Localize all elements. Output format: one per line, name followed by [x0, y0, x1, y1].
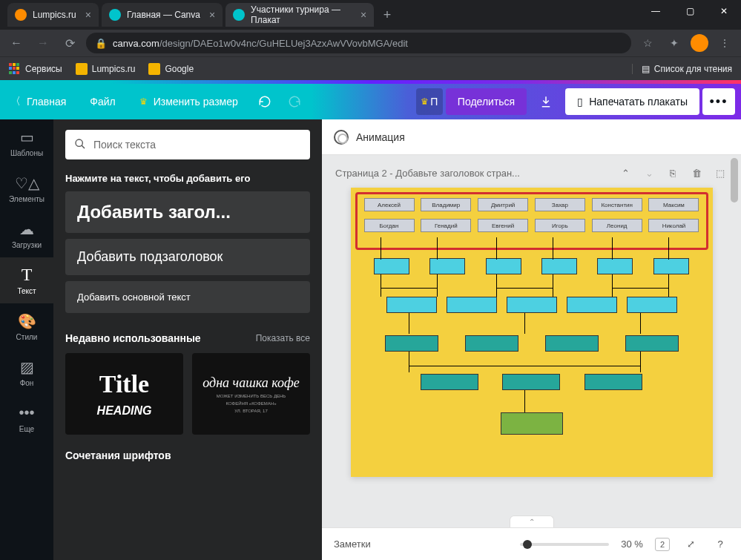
- maximize-button[interactable]: ▢: [673, 0, 707, 22]
- participant-cell[interactable]: Богдан: [364, 219, 415, 232]
- minimize-button[interactable]: —: [639, 0, 673, 22]
- bracket-cell[interactable]: [541, 258, 577, 274]
- home-button[interactable]: 〈Главная: [6, 88, 76, 115]
- recent-text-template[interactable]: Title HEADING: [65, 353, 183, 435]
- bracket-cell[interactable]: [584, 374, 642, 390]
- notes-button[interactable]: Заметки: [334, 538, 371, 550]
- page-indicator[interactable]: 2: [655, 538, 670, 551]
- duplicate-icon[interactable]: ⎘: [665, 165, 680, 180]
- forward-button[interactable]: →: [33, 33, 53, 53]
- browser-tab-active[interactable]: Участники турнира — Плакат ×: [225, 3, 374, 27]
- rail-text[interactable]: TТекст: [0, 257, 53, 303]
- browser-tab[interactable]: Lumpics.ru ×: [7, 3, 99, 27]
- close-icon[interactable]: ×: [209, 9, 215, 21]
- participant-cell[interactable]: Дмитрий: [478, 198, 528, 211]
- fullscreen-icon[interactable]: ⤢: [682, 536, 699, 553]
- reload-button[interactable]: ⟳: [59, 33, 80, 53]
- participant-cell[interactable]: Николай: [648, 219, 699, 232]
- page-canvas[interactable]: Алексей Владимир Дмитрий Захар Константи…: [351, 188, 713, 477]
- print-button[interactable]: ▯Напечатать плакаты: [565, 88, 699, 115]
- close-window-button[interactable]: ✕: [707, 0, 741, 22]
- close-icon[interactable]: ×: [360, 9, 366, 21]
- bracket-cell[interactable]: [429, 258, 465, 274]
- canvas-scroll[interactable]: Страница 2 - Добавьте заголовок стран...…: [322, 155, 741, 527]
- bracket-cell[interactable]: [385, 335, 438, 352]
- bracket-cell[interactable]: [567, 297, 617, 313]
- url-input[interactable]: 🔒 canva.com/design/DAEo1w0v4nc/GuHELUej3…: [86, 33, 631, 53]
- animation-button[interactable]: Анимация: [356, 131, 405, 143]
- rail-elements[interactable]: ♡△Элементы: [0, 165, 53, 211]
- participant-cell[interactable]: Алексей: [364, 198, 415, 211]
- participant-cell[interactable]: Генадий: [421, 219, 471, 232]
- zoom-thumb[interactable]: [523, 540, 532, 549]
- profile-avatar[interactable]: [691, 34, 708, 52]
- add-heading-button[interactable]: Добавить загол...: [65, 191, 310, 233]
- bracket-cell[interactable]: [627, 297, 677, 313]
- page-drawer-handle[interactable]: ⌃: [510, 515, 554, 527]
- bracket-cell[interactable]: [502, 374, 560, 390]
- participant-cell[interactable]: Евгений: [478, 219, 528, 232]
- rail-background[interactable]: ▨Фон: [0, 349, 53, 395]
- bracket-cell[interactable]: [447, 297, 497, 313]
- bracket-cell[interactable]: [421, 374, 478, 390]
- bracket-winner-cell[interactable]: [501, 412, 563, 435]
- bookmark-folder[interactable]: Lumpics.ru: [76, 63, 136, 75]
- participant-cell[interactable]: Захар: [535, 198, 585, 211]
- undo-button[interactable]: [251, 88, 278, 115]
- add-page-icon[interactable]: ⬚: [713, 165, 728, 180]
- rail-templates[interactable]: ▭Шаблоны: [0, 119, 53, 165]
- browser-tab[interactable]: Главная — Canva ×: [102, 3, 223, 27]
- bracket-cell[interactable]: [597, 258, 633, 274]
- participant-cell[interactable]: Леонид: [592, 219, 642, 232]
- bracket-cell[interactable]: [625, 335, 679, 352]
- share-button[interactable]: Поделиться: [446, 88, 527, 115]
- zoom-slider[interactable]: [520, 543, 609, 546]
- bracket-cell[interactable]: [486, 258, 521, 274]
- address-bar: ← → ⟳ 🔒 canva.com/design/DAEo1w0v4nc/GuH…: [0, 30, 741, 56]
- rail-styles[interactable]: 🎨Стили: [0, 303, 53, 349]
- extension-icon[interactable]: ✦: [664, 33, 685, 53]
- add-body-button[interactable]: Добавить основной текст: [65, 281, 310, 313]
- redo-button[interactable]: [281, 88, 308, 115]
- connector: [496, 288, 553, 289]
- pro-button[interactable]: ♛П: [416, 88, 443, 115]
- download-button[interactable]: [530, 88, 562, 115]
- scrollbar-thumb[interactable]: [731, 158, 738, 202]
- menu-icon[interactable]: ⋮: [714, 33, 735, 53]
- star-icon[interactable]: ☆: [637, 33, 658, 53]
- bracket-cell[interactable]: [545, 335, 599, 352]
- participant-cell[interactable]: Константин: [592, 198, 642, 211]
- expand-icon[interactable]: ⌄: [642, 165, 656, 180]
- bracket-cell[interactable]: [386, 297, 437, 313]
- search-input[interactable]: Поиск текста: [65, 130, 310, 159]
- vertical-scrollbar[interactable]: [729, 158, 740, 524]
- help-icon[interactable]: ?: [711, 536, 729, 553]
- trash-icon[interactable]: 🗑: [689, 165, 704, 180]
- text-panel: Поиск текста Нажмите на текст, чтобы доб…: [53, 119, 322, 560]
- page-title[interactable]: Страница 2 - Добавьте заголовок стран...: [335, 168, 609, 179]
- zoom-value[interactable]: 30 %: [621, 538, 643, 550]
- participant-cell[interactable]: Игорь: [535, 219, 585, 232]
- close-icon[interactable]: ×: [85, 9, 91, 21]
- resize-button[interactable]: ♛Изменить размер: [129, 88, 248, 115]
- rail-uploads[interactable]: ☁Загрузки: [0, 211, 53, 257]
- bracket-cell[interactable]: [507, 297, 557, 313]
- back-button[interactable]: ←: [6, 33, 27, 53]
- collapse-icon[interactable]: ⌃: [618, 165, 633, 180]
- bracket-cell[interactable]: [374, 258, 409, 274]
- recent-text-template[interactable]: одна чашка кофе МОЖЕТ ИЗМЕНИТЬ ВЕСЬ ДЕНЬ…: [192, 353, 310, 435]
- bookmark-apps[interactable]: Сервисы: [9, 63, 62, 75]
- bookmark-folder[interactable]: Google: [148, 63, 194, 75]
- bracket-cell[interactable]: [465, 335, 518, 352]
- new-tab-button[interactable]: +: [377, 4, 398, 25]
- more-button[interactable]: •••: [702, 88, 735, 115]
- bracket-cell[interactable]: [653, 258, 689, 274]
- show-all-link[interactable]: Показать все: [256, 333, 310, 343]
- texture-icon: ▨: [20, 358, 34, 376]
- participant-cell[interactable]: Максим: [648, 198, 699, 211]
- add-subheading-button[interactable]: Добавить подзаголовок: [65, 239, 310, 275]
- reading-list-button[interactable]: ▤Список для чтения: [632, 64, 732, 74]
- file-menu[interactable]: Файл: [79, 88, 125, 115]
- participant-cell[interactable]: Владимир: [421, 198, 471, 211]
- rail-more[interactable]: •••Еще: [0, 395, 53, 441]
